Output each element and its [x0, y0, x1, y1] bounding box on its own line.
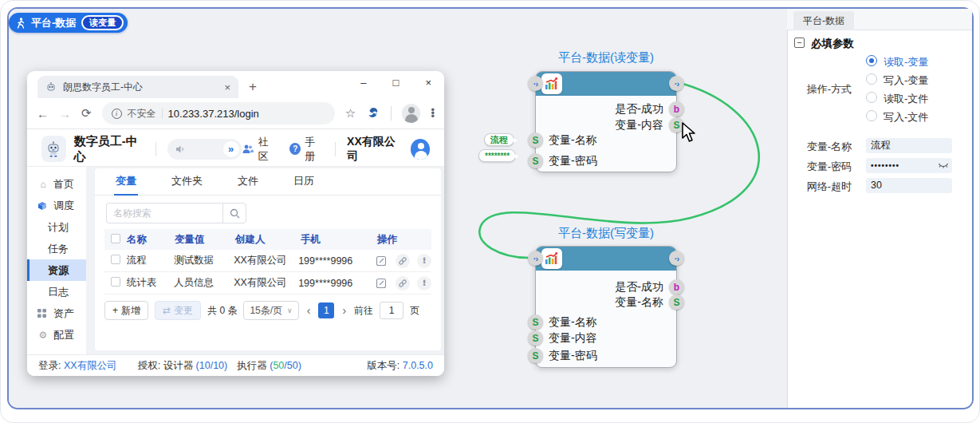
user-avatar[interactable]	[411, 139, 430, 160]
login-company-link[interactable]: XX有限公司	[64, 359, 117, 373]
search-input[interactable]	[106, 203, 222, 223]
input-value-pill[interactable]: 流程	[484, 133, 514, 146]
new-tab-button[interactable]: +	[249, 79, 257, 95]
sidebar-item-resource[interactable]: 资源	[27, 259, 86, 281]
tab-files[interactable]: 文件	[236, 168, 260, 195]
back-icon[interactable]: ←	[37, 107, 49, 121]
address-bar[interactable]: i 不安全 10.233.37.213/login	[102, 102, 335, 125]
info-icon[interactable]: i	[112, 109, 122, 119]
flow-in-port[interactable]	[528, 76, 543, 91]
bookmark-star-icon[interactable]: ☆	[345, 106, 356, 121]
flow-out-port[interactable]	[669, 76, 684, 91]
community-link[interactable]: 社区	[242, 135, 277, 164]
url-text[interactable]: 10.233.37.213/login	[168, 108, 259, 120]
chart-icon	[541, 248, 562, 269]
add-button[interactable]: +新增	[104, 301, 148, 320]
row-checkbox[interactable]	[111, 277, 120, 287]
radio-read-variable[interactable]	[866, 55, 877, 66]
chart-icon	[541, 73, 562, 94]
cube-icon	[37, 201, 49, 211]
collapse-icon[interactable]: −	[794, 38, 805, 48]
more-icon[interactable]: •••	[417, 254, 431, 268]
input-label: 变量-内容	[549, 331, 597, 346]
expand-chevrons-icon[interactable]: »	[223, 141, 239, 157]
input-port-string[interactable]: S	[528, 330, 543, 346]
manual-link[interactable]: ? 手册	[289, 135, 324, 164]
node-read-variable[interactable]: 是否-成功 变量-内容 b S 变量-名称 变量-密码 S S	[535, 71, 677, 172]
tab-variables[interactable]: 变量	[114, 168, 138, 195]
tab-calendar[interactable]: 日历	[292, 168, 316, 195]
input-password-pill[interactable]: ********	[478, 149, 516, 162]
reload-icon[interactable]: ⟳	[81, 106, 92, 121]
sidebar-item-config[interactable]: ⚙ 配置	[27, 324, 86, 346]
swap-icon: ⇄	[163, 305, 171, 316]
radio-write-file[interactable]	[866, 110, 877, 121]
goto-page-input[interactable]	[380, 302, 403, 319]
question-icon: ?	[289, 143, 301, 155]
flow-out-port[interactable]	[669, 251, 684, 266]
node-title: 平台-数据(读变量)	[518, 50, 694, 65]
table-header-row: 名称 变量值 创建人 手机 操作	[104, 229, 431, 250]
panel-tab[interactable]: 平台-数据	[793, 11, 854, 30]
forward-icon[interactable]: →	[59, 107, 71, 121]
browser-toolbar: ← → ⟳ i 不安全 10.233.37.213/login ☆ •••	[27, 98, 444, 129]
link-icon[interactable]	[396, 276, 410, 291]
more-icon[interactable]: •••	[417, 276, 431, 291]
goto-label: 前往	[354, 304, 373, 318]
edit-icon[interactable]	[374, 276, 388, 291]
table-row[interactable]: 统计表 人员信息 XX有限公司 199****9996 •••	[104, 272, 431, 295]
executor-label: 执行器	[237, 359, 267, 373]
browser-tab[interactable]: 朗思数字员工-中心 ×	[37, 76, 238, 98]
link-icon[interactable]	[396, 254, 410, 268]
radio-label[interactable]: 写入-文件	[884, 110, 928, 125]
radio-write-variable[interactable]	[866, 73, 877, 85]
sidebar-item-schedule[interactable]: 调度	[27, 195, 86, 216]
sidebar-item-plan[interactable]: 计划	[27, 216, 86, 238]
search-button[interactable]	[222, 203, 246, 223]
variable-password-field[interactable]: ••••••••	[866, 158, 952, 173]
output-port-bool[interactable]: b	[669, 101, 684, 117]
workflow-title: 平台-数据	[31, 16, 76, 30]
input-port-string[interactable]: S	[528, 348, 543, 363]
radio-read-file[interactable]	[866, 92, 877, 103]
sidebar-item-task[interactable]: 任务	[27, 238, 86, 259]
output-port-string[interactable]: S	[669, 295, 684, 310]
prev-page-button[interactable]: ‹	[305, 304, 313, 317]
radio-label[interactable]: 读取-变量	[884, 55, 928, 69]
page-size-select[interactable]: 15条/页∨	[243, 301, 298, 320]
workflow-label-pill[interactable]: 平台-数据 读变量	[9, 13, 128, 33]
input-port-string[interactable]: S	[528, 153, 543, 168]
node-write-variable[interactable]: 是否-成功 变量-名称 b S 变量-名称 变量-内容 变量-密码 S S S	[535, 246, 677, 368]
announcement-banner[interactable]: »	[167, 139, 241, 160]
current-page[interactable]: 1	[318, 302, 334, 318]
window-close-button[interactable]: ×	[425, 77, 431, 89]
required-params-section: 必填参数	[811, 37, 854, 51]
flow-in-port[interactable]	[528, 251, 543, 266]
radio-label[interactable]: 写入-变量	[884, 73, 928, 88]
edit-icon[interactable]	[374, 254, 388, 268]
window-maximize-button[interactable]: □	[393, 77, 399, 89]
select-all-checkbox[interactable]	[111, 234, 120, 243]
sidebar-item-home[interactable]: ⌂ 首页	[27, 173, 86, 195]
next-page-button[interactable]: ›	[340, 304, 348, 317]
network-timeout-field[interactable]: 30	[866, 178, 952, 193]
input-port-string[interactable]: S	[528, 132, 543, 148]
eye-closed-icon[interactable]	[938, 160, 949, 170]
browser-profile-avatar[interactable]	[402, 104, 420, 123]
version-value: 7.0.5.0	[403, 360, 433, 371]
window-minimize-button[interactable]: –	[360, 77, 366, 89]
variable-name-field[interactable]: 流程	[866, 138, 952, 153]
browser-menu-icon[interactable]: •••	[431, 109, 435, 118]
output-port-bool[interactable]: b	[669, 279, 684, 295]
speaker-icon	[175, 144, 186, 154]
sidebar-item-assets[interactable]: 资产	[27, 302, 86, 324]
input-port-string[interactable]: S	[528, 314, 543, 330]
tab-close-icon[interactable]: ×	[224, 81, 230, 93]
change-button[interactable]: ⇄变更	[155, 301, 201, 320]
radio-label[interactable]: 读取-文件	[884, 92, 928, 106]
sidebar-item-log[interactable]: 日志	[27, 281, 86, 302]
table-row[interactable]: 流程 测试数据 XX有限公司 199****9996 •••	[104, 250, 431, 272]
extension-swirl-icon[interactable]	[366, 106, 380, 121]
tab-folders[interactable]: 文件夹	[170, 168, 204, 195]
row-checkbox[interactable]	[111, 255, 120, 264]
